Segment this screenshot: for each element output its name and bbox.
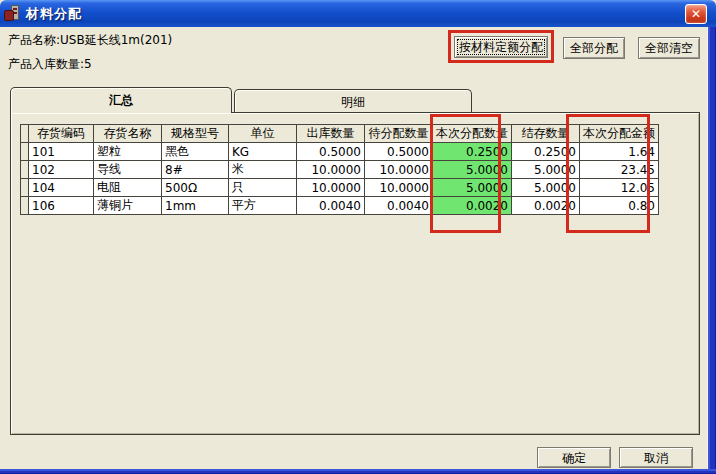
close-icon[interactable]: ✕	[685, 4, 707, 24]
cell-name[interactable]: 塑粒	[94, 143, 162, 161]
col-header-pending-qty: 待分配数量	[365, 125, 433, 143]
material-grid[interactable]: 存货编码 存货名称 规格型号 单位 出库数量 待分配数量 本次分配数量 结存数量…	[20, 124, 659, 215]
col-header-spec: 规格型号	[162, 125, 229, 143]
cell-this-alloc-amount[interactable]: 12.05	[580, 179, 659, 197]
window-title: 材料分配	[26, 5, 82, 23]
cell-unit[interactable]: KG	[229, 143, 297, 161]
row-indicator-cell	[21, 197, 29, 215]
cell-outbound-qty[interactable]: 10.0000	[297, 161, 365, 179]
cell-spec[interactable]: 8#	[162, 161, 229, 179]
table-row[interactable]: 106 薄铜片 1mm 平方 0.0040 0.0040 0.0020 0.00…	[21, 197, 659, 215]
row-indicator-header	[21, 125, 29, 143]
title-bar: 材料分配 ✕	[0, 0, 716, 27]
cell-code[interactable]: 106	[29, 197, 94, 215]
cell-name[interactable]: 薄铜片	[94, 197, 162, 215]
table-row[interactable]: 104 电阻 500Ω 只 10.0000 10.0000 5.0000 5.0…	[21, 179, 659, 197]
cell-this-alloc-amount[interactable]: 0.80	[580, 197, 659, 215]
row-indicator-cell	[21, 179, 29, 197]
cell-this-alloc-qty[interactable]: 5.0000	[433, 179, 512, 197]
cell-spec[interactable]: 黑色	[162, 143, 229, 161]
cancel-button[interactable]: 取消	[619, 447, 693, 468]
cell-spec[interactable]: 500Ω	[162, 179, 229, 197]
col-header-unit: 单位	[229, 125, 297, 143]
cell-outbound-qty[interactable]: 0.0040	[297, 197, 365, 215]
app-icon	[4, 5, 21, 22]
col-header-this-alloc-qty: 本次分配数量	[433, 125, 512, 143]
cell-pending-qty[interactable]: 10.0000	[365, 179, 433, 197]
col-header-name: 存货名称	[94, 125, 162, 143]
ok-button[interactable]: 确定	[537, 447, 611, 468]
cell-balance-qty[interactable]: 5.0000	[512, 179, 580, 197]
cell-this-alloc-qty[interactable]: 0.2500	[433, 143, 512, 161]
cell-unit[interactable]: 米	[229, 161, 297, 179]
tab-detail[interactable]: 明细	[234, 89, 472, 112]
cell-balance-qty[interactable]: 5.0000	[512, 161, 580, 179]
cell-pending-qty[interactable]: 0.0040	[365, 197, 433, 215]
table-row[interactable]: 102 导线 8# 米 10.0000 10.0000 5.0000 5.000…	[21, 161, 659, 179]
row-indicator-cell	[21, 161, 29, 179]
table-row[interactable]: 101 塑粒 黑色 KG 0.5000 0.5000 0.2500 0.2500…	[21, 143, 659, 161]
window-border-right	[707, 26, 716, 474]
col-header-outbound-qty: 出库数量	[297, 125, 365, 143]
clear-all-button[interactable]: 全部清空	[638, 37, 700, 59]
cell-spec[interactable]: 1mm	[162, 197, 229, 215]
row-indicator-cell	[21, 143, 29, 161]
cell-outbound-qty[interactable]: 10.0000	[297, 179, 365, 197]
product-name-label: 产品名称:USB延长线1m(201)	[8, 32, 172, 49]
cell-this-alloc-qty[interactable]: 5.0000	[433, 161, 512, 179]
material-allocation-dialog: 材料分配 ✕ 产品名称:USB延长线1m(201) 产品入库数量:5 按材料定额…	[0, 0, 716, 474]
cell-this-alloc-amount[interactable]: 23.45	[580, 161, 659, 179]
allocate-by-quota-label: 按材料定额分配	[459, 40, 543, 54]
cell-name[interactable]: 导线	[94, 161, 162, 179]
cell-name[interactable]: 电阻	[94, 179, 162, 197]
cell-this-alloc-qty[interactable]: 0.0020	[433, 197, 512, 215]
cell-code[interactable]: 104	[29, 179, 94, 197]
col-header-this-alloc-amount: 本次分配金额	[580, 125, 659, 143]
window-border-bottom	[0, 469, 716, 474]
cell-unit[interactable]: 只	[229, 179, 297, 197]
grid-header-row: 存货编码 存货名称 规格型号 单位 出库数量 待分配数量 本次分配数量 结存数量…	[21, 125, 659, 143]
cell-unit[interactable]: 平方	[229, 197, 297, 215]
col-header-code: 存货编码	[29, 125, 94, 143]
product-inbound-qty-label: 产品入库数量:5	[8, 56, 92, 73]
col-header-balance-qty: 结存数量	[512, 125, 580, 143]
allocate-by-quota-button[interactable]: 按材料定额分配	[454, 36, 548, 58]
cell-code[interactable]: 101	[29, 143, 94, 161]
cell-balance-qty[interactable]: 0.2500	[512, 143, 580, 161]
cell-pending-qty[interactable]: 10.0000	[365, 161, 433, 179]
cell-pending-qty[interactable]: 0.5000	[365, 143, 433, 161]
cell-this-alloc-amount[interactable]: 1.64	[580, 143, 659, 161]
cell-outbound-qty[interactable]: 0.5000	[297, 143, 365, 161]
tab-summary[interactable]: 汇总	[10, 87, 232, 113]
allocate-all-button[interactable]: 全部分配	[563, 37, 625, 59]
cell-code[interactable]: 102	[29, 161, 94, 179]
cell-balance-qty[interactable]: 0.0020	[512, 197, 580, 215]
